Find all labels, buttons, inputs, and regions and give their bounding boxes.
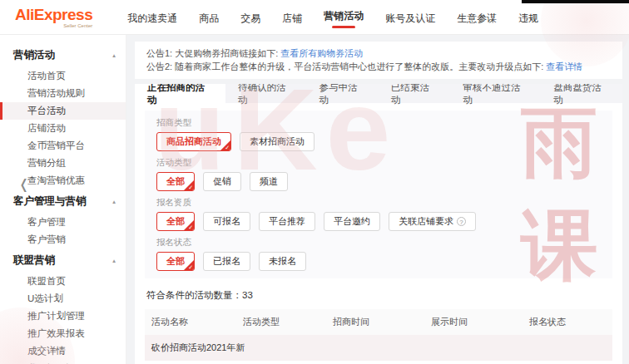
filter-option-平台推荐[interactable]: 平台推荐: [259, 212, 315, 231]
filter-option-可报名[interactable]: 可报名: [203, 212, 250, 231]
filter-option-促销[interactable]: 促销: [203, 172, 241, 191]
filter-row: 活动类型全部促销频道: [156, 157, 601, 191]
column-header-展示时间: 展示时间: [424, 309, 523, 335]
filter-row: 报名状态全部已报名未报名: [156, 237, 601, 271]
activity-card: 正在招商的活动待确认的活动参与中活动已结束活动审核不通过活动盘商盘货活动 招商类…: [135, 84, 622, 364]
sidebar-item-营销分组[interactable]: 营销分组: [0, 155, 126, 172]
sidebar-section-label: 联盟营销: [13, 253, 55, 268]
tab-待确认的活动[interactable]: 待确认的活动: [225, 84, 307, 103]
filter-panel: 招商类型商品招商活动素材招商活动活动类型全部促销频道报名资质全部可报名平台推荐平…: [145, 111, 612, 278]
main-content: 公告1: 大促购物券招商链接如下: 查看所有购物券活动公告2: 随着商家工作台整…: [126, 35, 629, 364]
filter-options: 全部促销频道: [156, 172, 601, 191]
sidebar-item-平台活动[interactable]: 平台活动: [0, 102, 126, 120]
filter-option-全部[interactable]: 全部: [156, 212, 195, 231]
logo-subtitle: Seller Center: [15, 23, 92, 28]
tab-已结束活动[interactable]: 已结束活动: [379, 84, 450, 103]
sidebar-item-我的操作记录[interactable]: 我的操作记录: [0, 360, 126, 364]
filter-label: 报名状态: [156, 237, 601, 248]
cell-activity-name: 砍价招商2.27-3.4（报名价格0.1美金，仅支持商品下单的单sku报名，必须…: [145, 361, 236, 364]
announcement-card: 公告1: 大促购物券招商链接如下: 查看所有购物券活动公告2: 随着商家工作台整…: [135, 42, 622, 79]
nav-item-交易[interactable]: 交易: [240, 8, 260, 26]
sidebar: 营销活动▴活动首页营销活动规则平台活动店铺活动金币营销平台营销分组查淘营销优惠客…: [0, 35, 126, 364]
sidebar-item-成交详情[interactable]: 成交详情: [0, 342, 126, 360]
cell-activity-type: 砍价: [236, 361, 326, 364]
top-nav: 我的速卖通商品交易店铺营销活动账号及认证生意参谋违规: [127, 6, 538, 28]
filter-options: 商品招商活动素材招商活动: [156, 132, 601, 151]
tab-审核不通过活动[interactable]: 审核不通过活动: [450, 84, 541, 103]
announcement-link[interactable]: 查看所有购物券活动: [280, 48, 363, 58]
filter-label: 招商类型: [156, 117, 601, 129]
collapse-caret-icon: ▴: [112, 198, 116, 204]
filter-option-已报名[interactable]: 已报名: [203, 252, 250, 271]
tab-参与中活动[interactable]: 参与中活动: [307, 84, 379, 103]
announcement-link[interactable]: 查看详情: [546, 61, 582, 71]
filter-option-素材招商活动[interactable]: 素材招商活动: [240, 132, 314, 151]
filter-option-未报名[interactable]: 未报名: [259, 252, 306, 271]
tab-正在招商的活动[interactable]: 正在招商的活动: [135, 84, 225, 103]
sidebar-section-title[interactable]: 客户管理与营销▴: [0, 189, 126, 214]
aliexpress-logo[interactable]: AliExpress Seller Center: [15, 7, 92, 28]
logo-text: AliExpress: [15, 7, 92, 22]
collapse-caret-icon: ▴: [112, 52, 116, 58]
sidebar-item-客户营销[interactable]: 客户营销: [0, 231, 126, 248]
nav-item-我的速卖通[interactable]: 我的速卖通: [127, 8, 177, 26]
cell-display-time: 2021-02-27 00:00:002021-03-04 23:59:59: [424, 361, 523, 364]
column-header-报名状态: 报名状态: [523, 309, 612, 335]
sidebar-section-title[interactable]: 联盟营销▴: [0, 248, 126, 273]
cell-recruit-time: 2021-02-23 00:00:002021-02-25 23:59:59: [326, 361, 424, 364]
nav-item-店铺[interactable]: 店铺: [282, 8, 302, 26]
result-count-value: 33: [242, 290, 253, 300]
nav-item-账号及认证[interactable]: 账号及认证: [385, 8, 435, 26]
sidebar-collapse-chevron-icon[interactable]: ❬: [18, 176, 29, 192]
app-window: uKe 雨课 AliExpress Seller Center 我的速卖通商品交…: [0, 0, 629, 364]
sidebar-section-label: 营销活动: [13, 48, 55, 62]
nav-item-生意参谋[interactable]: 生意参谋: [457, 8, 497, 26]
announcement-text: 公告2: 随着商家工作台整体的升级，平台活动营销中心也进行了整体的改版。主要改动…: [146, 61, 546, 71]
table-group-row: 砍价招商活动2021年新: [145, 335, 612, 361]
sidebar-item-推广计划管理[interactable]: 推广计划管理: [0, 307, 126, 325]
filter-option-全部[interactable]: 全部: [156, 252, 195, 271]
sidebar-item-店铺活动[interactable]: 店铺活动: [0, 120, 126, 137]
sidebar-item-营销活动规则[interactable]: 营销活动规则: [0, 85, 126, 102]
filter-option-全部[interactable]: 全部: [156, 172, 195, 191]
sidebar-item-客户管理[interactable]: 客户管理: [0, 214, 126, 231]
table-row: 砍价招商2.27-3.4（报名价格0.1美金，仅支持商品下单的单sku报名，必须…: [145, 361, 612, 364]
nav-item-商品[interactable]: 商品: [199, 8, 219, 26]
result-count-line: 符合条件的活动数量：33: [146, 289, 611, 302]
column-header-招商时间: 招商时间: [326, 309, 424, 335]
sidebar-item-推广效果报表[interactable]: 推广效果报表: [0, 325, 126, 342]
table-body: 砍价招商活动2021年新砍价招商2.27-3.4（报名价格0.1美金，仅支持商品…: [145, 335, 612, 364]
column-header-活动名称: 活动名称: [145, 309, 236, 335]
activity-tabs: 正在招商的活动待确认的活动参与中活动已结束活动审核不通过活动盘商盘货活动: [135, 84, 622, 103]
announcement-text: 公告1: 大促购物券招商链接如下:: [146, 48, 280, 58]
filter-row: 报名资质全部可报名平台推荐平台邀约关联店铺要求?: [156, 197, 601, 231]
cell-signup-status: 未报名: [523, 361, 612, 364]
table-header-row: 活动名称活动类型招商时间展示时间报名状态: [145, 309, 612, 335]
nav-item-违规[interactable]: 违规: [518, 8, 538, 26]
result-count-label: 符合条件的活动数量：: [146, 290, 242, 300]
filter-options: 全部可报名平台推荐平台邀约关联店铺要求?: [156, 212, 601, 231]
sidebar-item-U选计划[interactable]: U选计划: [0, 290, 126, 307]
announcement-line: 公告2: 随着商家工作台整体的升级，平台活动营销中心也进行了整体的改版。主要改动…: [146, 60, 611, 73]
tab-盘商盘货活动[interactable]: 盘商盘货活动: [541, 84, 622, 103]
sidebar-item-活动首页[interactable]: 活动首页: [0, 67, 126, 85]
filter-option-平台邀约[interactable]: 平台邀约: [324, 212, 380, 231]
sidebar-item-金币营销平台[interactable]: 金币营销平台: [0, 137, 126, 155]
filter-option-关联店铺要求[interactable]: 关联店铺要求?: [389, 212, 476, 231]
announcement-line: 公告1: 大促购物券招商链接如下: 查看所有购物券活动: [146, 47, 611, 60]
group-row-title: 砍价招商活动2021年新: [145, 335, 612, 361]
screen-recording-strip: [522, 0, 629, 3]
question-mark-icon[interactable]: ?: [457, 217, 466, 226]
filter-option-频道[interactable]: 频道: [250, 172, 288, 191]
activity-table: 活动名称活动类型招商时间展示时间报名状态 砍价招商活动2021年新砍价招商2.2…: [145, 309, 612, 364]
collapse-caret-icon: ▴: [112, 257, 116, 263]
filter-options: 全部已报名未报名: [156, 252, 601, 271]
sidebar-section-label: 客户管理与营销: [13, 194, 87, 209]
top-header: AliExpress Seller Center 我的速卖通商品交易店铺营销活动…: [0, 0, 629, 35]
filter-label: 活动类型: [156, 157, 601, 169]
filter-label: 报名资质: [156, 197, 601, 209]
sidebar-item-联盟首页[interactable]: 联盟首页: [0, 273, 126, 290]
nav-item-营销活动[interactable]: 营销活动: [324, 6, 364, 28]
sidebar-section-title[interactable]: 营销活动▴: [0, 43, 126, 67]
filter-option-商品招商活动[interactable]: 商品招商活动: [156, 132, 231, 151]
